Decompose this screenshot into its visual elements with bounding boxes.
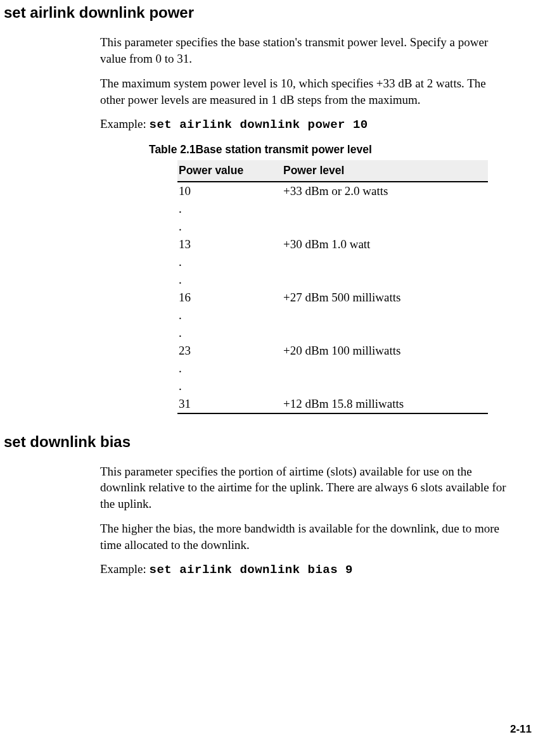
paragraph: This parameter specifies the base statio…: [100, 34, 506, 66]
table-header-power-level: Power level: [282, 160, 488, 182]
cell-power-value: .: [177, 324, 282, 342]
table-caption-number: Table 2.1: [149, 143, 196, 156]
heading-set-downlink-bias: set downlink bias: [0, 433, 506, 451]
example-code: set airlink downlink power 10: [150, 118, 368, 132]
cell-power-level: +20 dBm 100 milliwatts: [282, 342, 488, 360]
cell-power-value: .: [177, 377, 282, 395]
paragraph: This parameter specifies the portion of …: [100, 463, 506, 512]
cell-power-value: 31: [177, 395, 282, 413]
table-row: .: [177, 253, 488, 271]
table-row: 13+30 dBm 1.0 watt: [177, 236, 488, 253]
cell-power-level: [282, 253, 488, 271]
paragraph: The maximum system power level is 10, wh…: [100, 75, 506, 108]
cell-power-level: [282, 377, 488, 395]
example-code: set airlink downlink bias 9: [150, 563, 353, 577]
cell-power-level: +30 dBm 1.0 watt: [282, 236, 488, 253]
page-number: 2-11: [510, 723, 532, 736]
table-caption-title: Base station transmit power level: [196, 143, 372, 156]
table-row: 16+27 dBm 500 milliwatts: [177, 289, 488, 306]
cell-power-level: +27 dBm 500 milliwatts: [282, 289, 488, 306]
table-row: .: [177, 360, 488, 377]
cell-power-value: .: [177, 360, 282, 377]
cell-power-value: .: [177, 200, 282, 218]
table-row: 23+20 dBm 100 milliwatts: [177, 342, 488, 360]
cell-power-level: [282, 324, 488, 342]
cell-power-value: 10: [177, 182, 282, 200]
cell-power-level: [282, 218, 488, 236]
table-header-row: Power value Power level: [177, 160, 488, 182]
table-header-power-value: Power value: [177, 160, 282, 182]
example-line: Example: set airlink downlink bias 9: [100, 562, 506, 577]
example-line: Example: set airlink downlink power 10: [100, 117, 506, 132]
table-row: .: [177, 306, 488, 324]
table-row: .: [177, 324, 488, 342]
cell-power-level: [282, 360, 488, 377]
cell-power-value: .: [177, 253, 282, 271]
power-level-table: Power value Power level 10+33 dBm or 2.0…: [177, 160, 488, 414]
heading-set-airlink-downlink-power: set airlink downlink power: [0, 4, 506, 22]
table-row: 10+33 dBm or 2.0 watts: [177, 182, 488, 200]
cell-power-level: [282, 306, 488, 324]
cell-power-value: 13: [177, 236, 282, 253]
cell-power-value: 23: [177, 342, 282, 360]
page-content: set airlink downlink power This paramete…: [0, 4, 557, 577]
table-row: .: [177, 218, 488, 236]
paragraph: The higher the bias, the more bandwidth …: [100, 520, 506, 553]
table-row: 31+12 dBm 15.8 milliwatts: [177, 395, 488, 413]
cell-power-level: [282, 271, 488, 289]
table-caption: Table 2.1Base station transmit power lev…: [149, 143, 506, 156]
cell-power-value: .: [177, 271, 282, 289]
table-row: .: [177, 271, 488, 289]
cell-power-value: .: [177, 306, 282, 324]
example-label: Example:: [100, 562, 150, 576]
table-row: .: [177, 377, 488, 395]
example-label: Example:: [100, 117, 150, 130]
cell-power-value: .: [177, 218, 282, 236]
cell-power-level: +33 dBm or 2.0 watts: [282, 182, 488, 200]
table-row: .: [177, 200, 488, 218]
cell-power-value: 16: [177, 289, 282, 306]
cell-power-level: +12 dBm 15.8 milliwatts: [282, 395, 488, 413]
cell-power-level: [282, 200, 488, 218]
